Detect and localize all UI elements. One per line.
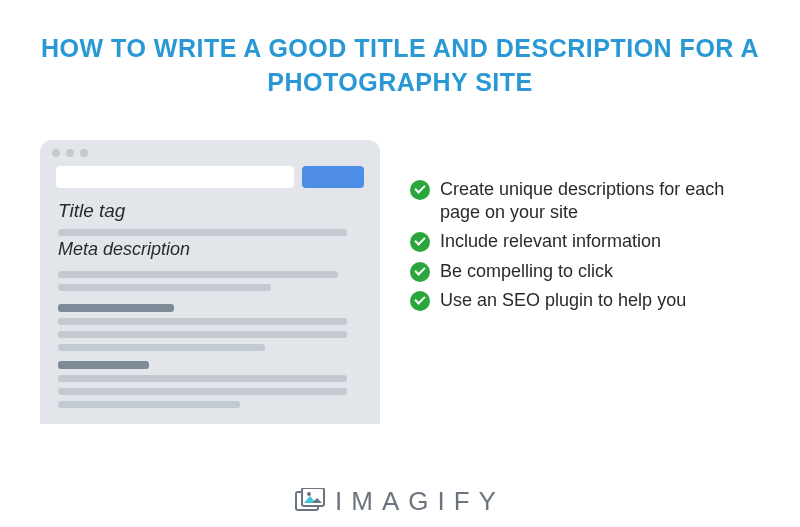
- tip-text: Be compelling to click: [440, 260, 760, 283]
- check-icon: [410, 232, 430, 252]
- check-icon: [410, 180, 430, 200]
- placeholder-line: [58, 344, 265, 351]
- tip-item: Use an SEO plugin to help you: [410, 289, 760, 312]
- content-row: Title tag Meta description Create unique…: [0, 100, 800, 424]
- url-row: [40, 166, 380, 198]
- placeholder-line: [58, 271, 338, 278]
- title-tag-label: Title tag: [40, 198, 380, 226]
- brand-footer: IMAGIFY: [0, 486, 800, 517]
- tip-text: Create unique descriptions for each page…: [440, 178, 760, 225]
- placeholder-line: [58, 229, 347, 236]
- result-block: [58, 361, 362, 408]
- placeholder-line: [58, 401, 240, 408]
- imagify-logo-icon: [295, 488, 327, 516]
- tip-item: Include relevant information: [410, 230, 760, 253]
- brand-name: IMAGIFY: [335, 486, 505, 517]
- tip-text: Include relevant information: [440, 230, 760, 253]
- tip-text: Use an SEO plugin to help you: [440, 289, 760, 312]
- placeholder-line: [58, 331, 347, 338]
- check-icon: [410, 262, 430, 282]
- result-block: [58, 304, 362, 351]
- placeholder-line: [58, 375, 347, 382]
- tip-item: Be compelling to click: [410, 260, 760, 283]
- placeholder-line: [58, 284, 271, 291]
- placeholder-line: [58, 388, 347, 395]
- placeholder-line: [58, 361, 149, 369]
- go-button: [302, 166, 364, 188]
- placeholder-line: [58, 304, 174, 312]
- tip-item: Create unique descriptions for each page…: [410, 178, 760, 225]
- browser-titlebar: [40, 140, 380, 166]
- window-dot: [66, 149, 74, 157]
- url-bar: [56, 166, 294, 188]
- placeholder-line: [58, 318, 347, 325]
- window-dot: [80, 149, 88, 157]
- meta-description-label: Meta description: [40, 239, 380, 268]
- svg-rect-1: [302, 488, 324, 506]
- check-icon: [410, 291, 430, 311]
- tips-list: Create unique descriptions for each page…: [410, 130, 760, 319]
- browser-mock: Title tag Meta description: [40, 140, 380, 424]
- svg-point-2: [307, 492, 311, 496]
- window-dot: [52, 149, 60, 157]
- page-title: HOW TO WRITE A GOOD TITLE AND DESCRIPTIO…: [0, 0, 800, 100]
